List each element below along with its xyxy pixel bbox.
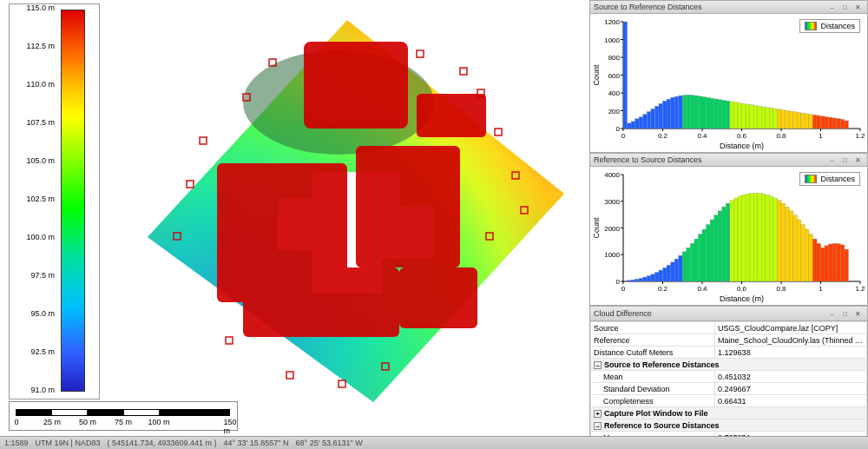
svg-rect-96 xyxy=(786,110,790,129)
table-row[interactable]: +Capture Plot Window to File xyxy=(591,407,867,419)
table-row[interactable]: –Source to Reference Distances xyxy=(591,359,867,371)
main-viewport[interactable]: 115.0 m112.5 m110.0 m107.5 m105.0 m102.5… xyxy=(0,0,589,436)
table-row[interactable]: –Reference to Source Distances xyxy=(591,419,867,432)
svg-rect-141 xyxy=(639,278,643,281)
scalebar-label: 25 m xyxy=(43,418,61,426)
svg-rect-145 xyxy=(654,273,659,281)
svg-rect-154 xyxy=(690,243,694,281)
svg-rect-74 xyxy=(698,96,702,129)
table-row[interactable]: Distance Cutoff Meters1.129638 xyxy=(591,347,867,359)
svg-rect-94 xyxy=(777,109,781,129)
svg-rect-160 xyxy=(714,215,719,281)
properties-table: SourceUSGS_CloudCompare.laz [COPY] Refer… xyxy=(590,321,867,449)
table-row[interactable]: Mean0.451032 xyxy=(591,371,867,383)
svg-rect-186 xyxy=(817,243,821,281)
colorbar-tick-label: 95.0 m xyxy=(13,309,55,318)
svg-rect-11 xyxy=(495,129,502,135)
svg-rect-65 xyxy=(663,101,667,129)
svg-rect-150 xyxy=(674,259,679,281)
svg-rect-76 xyxy=(707,97,711,129)
svg-rect-190 xyxy=(832,243,837,281)
colorbar-tick-label: 107.5 m xyxy=(13,118,55,127)
svg-rect-185 xyxy=(812,239,817,281)
maximize-icon[interactable]: □ xyxy=(839,308,851,320)
svg-rect-155 xyxy=(694,239,699,281)
svg-rect-167 xyxy=(742,195,746,281)
status-projection: UTM 19N | NAD83 xyxy=(36,439,101,447)
svg-rect-69 xyxy=(679,96,683,129)
svg-rect-173 xyxy=(766,195,770,281)
svg-rect-178 xyxy=(786,207,790,281)
close-icon[interactable]: ✕ xyxy=(852,155,864,166)
panel-title-text: Reference to Source Distances xyxy=(594,155,702,164)
collapse-icon[interactable]: + xyxy=(594,410,602,418)
table-row[interactable]: SourceUSGS_CloudCompare.laz [COPY] xyxy=(591,322,867,334)
svg-text:0: 0 xyxy=(621,285,626,293)
svg-rect-163 xyxy=(726,203,730,281)
svg-text:1200: 1200 xyxy=(604,18,620,26)
svg-rect-104 xyxy=(817,116,821,129)
minimize-icon[interactable]: – xyxy=(826,308,838,320)
status-longitude: 68° 25' 53.6131" W xyxy=(296,439,363,447)
svg-rect-106 xyxy=(825,116,829,129)
colorbar-tick-label: 102.5 m xyxy=(13,195,55,203)
r2s-histogram[interactable]: 0100020003000400000.20.40.60.811.2Distan… xyxy=(590,167,867,305)
s2r-histogram[interactable]: 02004006008001000120000.20.40.60.811.2Di… xyxy=(590,14,867,152)
svg-rect-86 xyxy=(746,104,750,129)
colorbar-tick-label: 100.0 m xyxy=(13,233,55,241)
svg-rect-175 xyxy=(773,198,778,281)
svg-rect-166 xyxy=(738,196,742,281)
maximize-icon[interactable]: □ xyxy=(839,2,851,13)
status-scale: 1:1589 xyxy=(4,439,29,447)
svg-rect-55 xyxy=(623,22,628,129)
collapse-icon[interactable]: – xyxy=(594,422,602,430)
svg-rect-148 xyxy=(667,265,671,281)
svg-rect-140 xyxy=(635,279,640,281)
svg-rect-88 xyxy=(753,106,758,129)
point-cloud-view[interactable] xyxy=(113,7,582,415)
svg-text:4000: 4000 xyxy=(604,171,620,179)
svg-rect-56 xyxy=(628,123,632,129)
maximize-icon[interactable]: □ xyxy=(839,155,851,166)
svg-rect-159 xyxy=(710,220,714,281)
svg-rect-72 xyxy=(690,96,694,129)
svg-rect-152 xyxy=(682,252,687,281)
chart-legend: Distances xyxy=(799,19,860,33)
svg-rect-149 xyxy=(671,262,675,281)
scalebar-label: 0 xyxy=(14,418,18,426)
table-row[interactable]: Completeness0.66431 xyxy=(591,395,867,407)
svg-rect-176 xyxy=(777,201,781,281)
svg-rect-183 xyxy=(805,229,809,281)
svg-text:0: 0 xyxy=(616,278,621,286)
svg-rect-142 xyxy=(643,277,648,281)
svg-rect-187 xyxy=(821,248,825,281)
svg-rect-67 xyxy=(671,97,675,129)
svg-rect-18 xyxy=(226,337,233,344)
minimize-icon[interactable]: – xyxy=(826,2,838,13)
svg-rect-22 xyxy=(417,50,424,57)
table-row[interactable]: ReferenceMaine_School_CloudOnly.las (Thi… xyxy=(591,334,867,347)
svg-text:0.6: 0.6 xyxy=(737,132,747,140)
svg-rect-97 xyxy=(789,111,793,129)
legend-swatch-icon xyxy=(805,175,817,183)
svg-text:0: 0 xyxy=(621,132,626,140)
collapse-icon[interactable]: – xyxy=(594,361,602,369)
svg-rect-90 xyxy=(761,107,766,129)
svg-rect-156 xyxy=(698,234,702,281)
svg-text:Count: Count xyxy=(592,64,601,86)
close-icon[interactable]: ✕ xyxy=(852,308,864,320)
svg-rect-139 xyxy=(631,280,635,281)
svg-rect-73 xyxy=(694,96,699,129)
colorbar: 115.0 m112.5 m110.0 m107.5 m105.0 m102.5… xyxy=(9,3,100,399)
colorbar-tick-label: 115.0 m xyxy=(13,3,55,12)
table-row[interactable]: Standard Deviation0.249667 xyxy=(591,383,867,395)
svg-rect-92 xyxy=(769,108,773,129)
svg-rect-189 xyxy=(829,244,833,281)
svg-rect-79 xyxy=(718,100,722,129)
svg-text:3000: 3000 xyxy=(604,198,620,206)
close-icon[interactable]: ✕ xyxy=(852,2,864,13)
svg-rect-95 xyxy=(781,110,786,129)
svg-rect-57 xyxy=(631,122,635,129)
minimize-icon[interactable]: – xyxy=(826,155,838,166)
svg-rect-165 xyxy=(733,198,738,281)
